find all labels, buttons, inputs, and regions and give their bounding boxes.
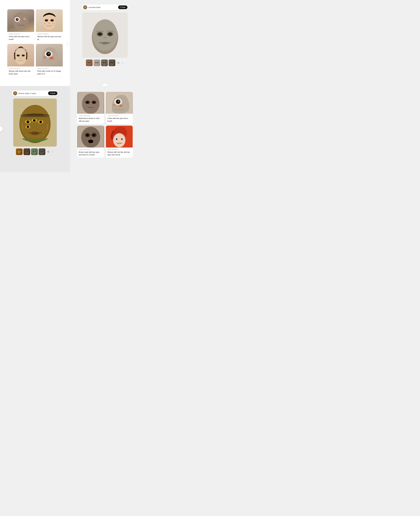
svg-point-94: [93, 134, 95, 136]
br-image-photo-2: [106, 92, 133, 114]
svg-point-23: [20, 58, 21, 59]
arrow-down[interactable]: ↓: [102, 83, 108, 86]
svg-point-107: [122, 139, 122, 139]
br-image-card-2[interactable]: Image description A face with two eyes a…: [106, 92, 133, 124]
svg-point-35: [98, 33, 102, 36]
svg-point-63: [31, 132, 39, 135]
svg-point-37: [101, 42, 109, 44]
main-display-image-bl: [13, 99, 57, 147]
search-input-bl[interactable]: [18, 92, 47, 95]
svg-point-43: [97, 62, 98, 63]
svg-point-38: [87, 61, 91, 66]
image-grid-br: Image description Mask that is brown in …: [77, 92, 133, 158]
search-avatar-tr: [83, 5, 87, 9]
quadrant-top-right: Create: [70, 0, 140, 86]
svg-point-5: [19, 22, 21, 23]
svg-point-12: [52, 20, 53, 21]
svg-point-97: [90, 138, 92, 139]
br-image-body-1: Image description Mask that is brown in …: [77, 114, 104, 124]
quadrant-bottom-right: Image description Mask that is brown in …: [70, 86, 140, 172]
svg-point-65: [18, 151, 19, 152]
svg-point-44: [102, 61, 106, 66]
create-button-bl[interactable]: Create: [48, 91, 57, 95]
expand-icon-tr[interactable]: ⤢: [121, 61, 124, 65]
svg-point-58: [33, 119, 35, 122]
create-button-tr[interactable]: Create: [118, 5, 128, 9]
br-image-photo-1: [77, 92, 104, 114]
svg-point-40: [90, 62, 90, 63]
svg-point-64: [17, 150, 21, 154]
svg-point-2: [16, 18, 19, 21]
br-image-text-2: A face with two eyes and a mouth: [107, 117, 128, 122]
svg-point-53: [20, 105, 50, 141]
arrow-right[interactable]: →: [67, 40, 70, 46]
svg-point-81: [86, 101, 89, 103]
br-image-label-3: Image description: [79, 149, 103, 150]
image-label-1: Image description: [9, 33, 33, 35]
svg-point-62: [27, 126, 29, 128]
svg-point-73: [35, 151, 36, 152]
thumbnail-strip-bl: ⊞ ⤢: [16, 148, 54, 155]
quadrant-bottom-left: Create: [0, 86, 70, 172]
br-image-card-4[interactable]: Image description Woman with red hair an…: [106, 126, 133, 158]
br-image-body-3: Image description Brown mask with two ey…: [77, 147, 104, 158]
svg-point-29: [85, 6, 86, 8]
image-card-3[interactable]: Image description Woman with brown hair …: [7, 44, 34, 77]
svg-point-46: [105, 62, 106, 63]
image-photo-4: [36, 44, 63, 66]
svg-point-41: [95, 61, 99, 66]
svg-point-69: [25, 151, 26, 152]
br-image-card-1[interactable]: Image description Mask that is brown in …: [77, 92, 104, 124]
image-label-4: Image description: [37, 68, 61, 69]
svg-point-71: [32, 150, 36, 155]
br-image-card-3[interactable]: Image description Brown mask with two ey…: [77, 126, 104, 158]
svg-point-66: [20, 151, 21, 152]
image-card-2[interactable]: Image description Woman with two eyes an…: [36, 9, 63, 42]
grid-icon-tr[interactable]: ⊞: [116, 61, 120, 65]
thumbnail-4-tr[interactable]: [109, 59, 115, 66]
image-photo-2: [36, 9, 63, 32]
svg-point-93: [86, 134, 89, 136]
image-card-4[interactable]: Image description Rock with a hole in it…: [36, 44, 63, 77]
svg-point-3: [17, 19, 18, 20]
image-photo-3: [7, 44, 34, 66]
svg-point-56: [28, 121, 29, 122]
search-input-tr[interactable]: [88, 6, 117, 8]
svg-point-14: [44, 22, 46, 24]
thumbnail-3-tr[interactable]: [101, 59, 108, 66]
svg-point-87: [119, 104, 122, 107]
svg-point-55: [27, 120, 29, 123]
grid-icon-bl[interactable]: ⊞: [46, 150, 50, 154]
thumbnail-1-bl[interactable]: [16, 148, 22, 155]
br-image-label-1: Image description: [79, 115, 103, 117]
svg-point-76: [42, 151, 43, 152]
thumbnail-2-tr[interactable]: [93, 59, 100, 66]
image-card-body-2: Image description Woman with two eyes an…: [36, 32, 63, 42]
svg-point-32: [93, 19, 117, 51]
svg-point-10: [51, 20, 53, 22]
svg-point-11: [46, 20, 47, 21]
thumbnail-3-bl[interactable]: [31, 148, 38, 155]
svg-point-67: [18, 152, 19, 153]
image-label-3: Image description: [9, 68, 33, 69]
image-card-body-3: Image description Woman with brown hair …: [7, 66, 34, 77]
svg-point-99: [113, 133, 125, 147]
main-display-image-tr: [82, 13, 128, 58]
image-card-1[interactable]: Image description A face with two eyes a…: [7, 9, 34, 42]
thumbnail-2-bl[interactable]: [23, 148, 30, 155]
svg-point-86: [118, 101, 119, 102]
thumbnail-4-bl[interactable]: [39, 148, 45, 155]
thumbnail-1-tr[interactable]: [86, 59, 93, 66]
svg-point-16: [15, 50, 27, 65]
svg-point-4: [23, 18, 26, 20]
svg-point-39: [88, 62, 89, 63]
svg-point-26: [48, 53, 50, 54]
search-bar-bl[interactable]: Create: [12, 90, 58, 96]
expand-icon-bl[interactable]: ⤢: [51, 150, 54, 154]
br-image-text-3: Brown mask with two eyes and hole for a …: [79, 151, 99, 156]
arrow-left[interactable]: ←: [0, 126, 3, 132]
svg-point-48: [111, 62, 112, 63]
svg-point-72: [33, 151, 34, 152]
svg-point-70: [27, 151, 28, 152]
search-bar-tr[interactable]: Create: [82, 4, 128, 10]
